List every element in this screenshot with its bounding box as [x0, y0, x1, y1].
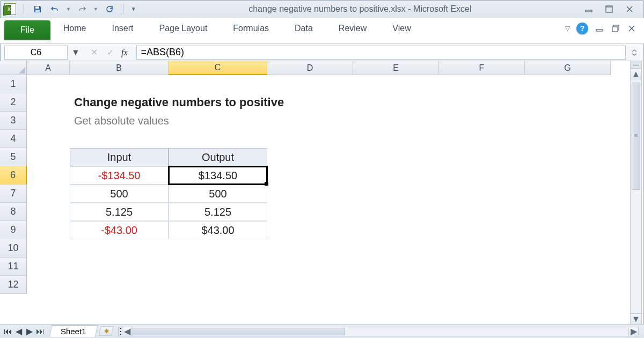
cancel-formula-icon: ✕: [89, 47, 99, 57]
cell-c8[interactable]: 5.125: [169, 203, 267, 221]
tab-file[interactable]: File: [4, 20, 50, 40]
column-header-e[interactable]: E: [353, 61, 439, 75]
sheet-tab-sheet1[interactable]: Sheet1: [49, 325, 98, 337]
svg-rect-1: [35, 10, 40, 12]
tab-view[interactable]: View: [379, 18, 423, 33]
cell-b7[interactable]: 500: [70, 185, 169, 203]
tab-home[interactable]: Home: [50, 18, 99, 33]
row-header-2[interactable]: 2: [0, 93, 27, 112]
row-header-6[interactable]: 6: [0, 166, 27, 185]
workbook-close-icon[interactable]: [627, 25, 636, 32]
vertical-split-handle-icon[interactable]: ─: [631, 61, 641, 69]
cell-c7[interactable]: 500: [169, 185, 267, 203]
sheet-tab-bar: ⏮ ◀ ▶ ⏭ Sheet1 ✱ ⋮ ◀ ▶: [0, 324, 644, 338]
cell-c6[interactable]: $134.50: [169, 166, 267, 185]
column-header-g[interactable]: G: [525, 61, 611, 75]
row-header-7[interactable]: 7: [0, 185, 27, 203]
column-header-a[interactable]: A: [27, 61, 70, 75]
expand-formula-bar-icon[interactable]: [629, 49, 640, 56]
cell-c5[interactable]: Output: [169, 148, 267, 166]
name-box-dropdown-icon[interactable]: ▼: [71, 46, 80, 60]
svg-rect-5: [596, 30, 603, 31]
sheet-tab-label: Sheet1: [61, 327, 86, 336]
tab-review[interactable]: Review: [326, 18, 379, 33]
row-header-5[interactable]: 5: [0, 148, 27, 166]
name-box[interactable]: C6: [4, 46, 68, 60]
row-header-10[interactable]: 10: [0, 239, 27, 258]
horizontal-scroll-thumb[interactable]: [130, 328, 345, 335]
column-header-c[interactable]: C: [169, 61, 267, 75]
minimize-icon[interactable]: [584, 5, 594, 13]
horizontal-scrollbar[interactable]: ⋮ ◀ ▶: [118, 327, 639, 336]
svg-rect-0: [35, 6, 39, 9]
ribbon-minimize-caret-icon[interactable]: ▽: [565, 25, 570, 32]
row-header-4[interactable]: 4: [0, 130, 27, 148]
scroll-right-icon[interactable]: ▶: [628, 327, 638, 336]
scroll-up-icon[interactable]: ▲: [631, 69, 641, 79]
tab-page-layout[interactable]: Page Layout: [146, 18, 220, 33]
save-icon[interactable]: [32, 3, 43, 15]
tab-formulas[interactable]: Formulas: [220, 18, 282, 33]
repeat-icon[interactable]: [104, 3, 115, 15]
undo-icon[interactable]: [49, 3, 61, 15]
formula-bar: C6 ▼ ✕ ✓ fx =ABS(B6): [0, 44, 644, 61]
column-header-b[interactable]: B: [70, 61, 169, 75]
scroll-down-icon[interactable]: ▼: [631, 313, 641, 324]
horizontal-split-handle-icon[interactable]: ⋮: [119, 327, 123, 336]
tab-data[interactable]: Data: [282, 18, 326, 33]
column-header-d[interactable]: D: [267, 61, 353, 75]
cell-b2[interactable]: Change negative numbers to positive: [70, 93, 392, 112]
cell-b8[interactable]: 5.125: [70, 203, 169, 221]
redo-icon[interactable]: [76, 3, 88, 15]
quick-access-toolbar: X ▼ ▼ ▼: [4, 3, 136, 15]
select-all-corner[interactable]: [0, 61, 27, 75]
cell-b6[interactable]: -$134.50: [70, 166, 169, 185]
workbook-minimize-icon[interactable]: [595, 25, 604, 32]
maximize-icon[interactable]: [604, 5, 614, 13]
row-header-8[interactable]: 8: [0, 203, 27, 221]
cell-c9[interactable]: $43.00: [169, 221, 267, 239]
row-header-11[interactable]: 11: [0, 258, 27, 276]
vertical-scroll-thumb[interactable]: [632, 83, 640, 190]
next-sheet-icon[interactable]: ▶: [25, 327, 34, 336]
help-icon[interactable]: ?: [576, 23, 588, 34]
new-sheet-icon[interactable]: ✱: [99, 326, 114, 336]
worksheet-grid[interactable]: ABCDEFG 123456789101112 Change negative …: [0, 61, 630, 324]
cell-b3[interactable]: Get absolute values: [70, 112, 284, 130]
window-title: change negative numbers to positive.xlsx…: [136, 4, 584, 14]
ribbon-tabs: File HomeInsertPage LayoutFormulasDataRe…: [0, 18, 644, 44]
vertical-scrollbar[interactable]: ─ ▲ ▼: [630, 61, 642, 324]
tab-insert[interactable]: Insert: [99, 18, 146, 33]
row-header-1[interactable]: 1: [0, 75, 27, 93]
last-sheet-icon[interactable]: ⏭: [35, 327, 45, 336]
excel-app-icon[interactable]: X: [4, 3, 16, 15]
accept-formula-icon: ✓: [105, 47, 115, 57]
prev-sheet-icon[interactable]: ◀: [14, 327, 24, 336]
cell-b5[interactable]: Input: [70, 148, 169, 166]
svg-rect-2: [586, 10, 592, 12]
svg-rect-7: [612, 27, 618, 32]
cell-b9[interactable]: -$43.00: [70, 221, 169, 239]
row-header-3[interactable]: 3: [0, 112, 27, 130]
close-icon[interactable]: [625, 5, 634, 13]
window-controls: [584, 5, 640, 13]
workbook-restore-icon[interactable]: [611, 25, 620, 32]
row-header-9[interactable]: 9: [0, 221, 27, 239]
first-sheet-icon[interactable]: ⏮: [3, 327, 13, 336]
fx-icon[interactable]: fx: [121, 48, 128, 57]
row-header-12[interactable]: 12: [0, 276, 27, 294]
column-header-f[interactable]: F: [439, 61, 525, 75]
title-bar: X ▼ ▼ ▼ change negative numbers to posit…: [0, 0, 644, 18]
formula-input[interactable]: =ABS(B6): [136, 46, 626, 60]
